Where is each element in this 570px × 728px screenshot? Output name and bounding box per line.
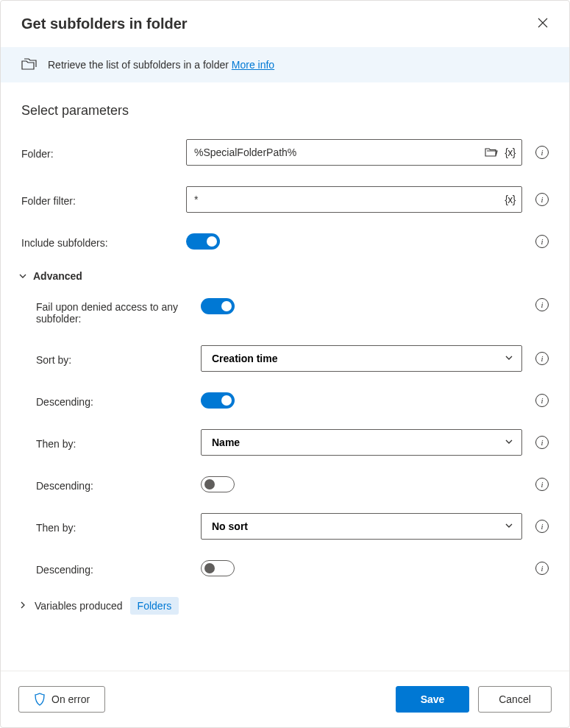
shield-icon (34, 693, 46, 706)
browse-folder-button[interactable] (485, 147, 498, 158)
fail-denied-label: Fail upon denied access to any subfolder… (36, 298, 193, 325)
variable-picker-button[interactable]: {x} (502, 145, 518, 160)
close-icon (537, 17, 549, 29)
info-icon[interactable]: i (535, 520, 549, 533)
info-icon[interactable]: i (535, 352, 549, 365)
sort-by-label: Sort by: (36, 351, 193, 366)
folder-open-icon (485, 147, 498, 158)
chevron-down-icon (18, 272, 27, 280)
variable-badge[interactable]: Folders (130, 597, 179, 615)
banner-text: Retrieve the list of subfolders in a fol… (48, 59, 274, 71)
on-error-button[interactable]: On error (18, 686, 105, 713)
title-bar: Get subfolders in folder (1, 1, 569, 47)
variables-produced-expander[interactable]: Variables produced Folders (18, 597, 549, 615)
dialog-title: Get subfolders in folder (21, 15, 188, 32)
dialog-footer: On error Save Cancel (1, 671, 569, 727)
save-button[interactable]: Save (396, 686, 469, 713)
content-area: Select parameters Folder: {x} i Folder f… (1, 82, 569, 671)
info-icon[interactable]: i (535, 436, 549, 449)
descending-label: Descending: (36, 477, 193, 492)
folders-icon (21, 57, 38, 72)
then-by-label: Then by: (36, 519, 193, 534)
filter-input[interactable] (186, 186, 522, 213)
cancel-button[interactable]: Cancel (478, 686, 552, 713)
close-button[interactable] (534, 14, 552, 34)
include-subfolders-toggle[interactable] (186, 233, 220, 250)
info-icon[interactable]: i (535, 394, 549, 407)
descending-toggle-3[interactable] (201, 560, 235, 576)
filter-label: Folder filter: (21, 192, 179, 207)
chevron-right-icon (18, 601, 27, 609)
fail-denied-toggle[interactable] (201, 298, 235, 314)
descending-toggle-1[interactable] (201, 392, 235, 409)
descending-toggle-2[interactable] (201, 476, 235, 492)
info-icon[interactable]: i (535, 193, 549, 206)
more-info-link[interactable]: More info (232, 59, 274, 71)
folder-input[interactable] (186, 139, 522, 166)
advanced-label: Advanced (33, 270, 82, 282)
section-title: Select parameters (21, 103, 549, 119)
info-icon[interactable]: i (535, 562, 549, 575)
info-icon[interactable]: i (535, 146, 549, 159)
sort-by-select[interactable]: Creation time (201, 345, 522, 372)
descending-label: Descending: (36, 393, 193, 408)
info-icon[interactable]: i (535, 478, 549, 491)
variable-picker-button[interactable]: {x} (502, 192, 518, 207)
info-banner: Retrieve the list of subfolders in a fol… (1, 47, 569, 82)
info-icon[interactable]: i (535, 235, 549, 248)
descending-label: Descending: (36, 561, 193, 576)
then-by-label: Then by: (36, 435, 193, 450)
variables-produced-label: Variables produced (35, 600, 123, 612)
info-icon[interactable]: i (535, 298, 549, 311)
include-subfolders-label: Include subfolders: (21, 234, 179, 249)
then-by-select-2[interactable]: No sort (201, 513, 522, 540)
advanced-expander[interactable]: Advanced (18, 270, 549, 282)
then-by-select-1[interactable]: Name (201, 429, 522, 456)
folder-label: Folder: (21, 145, 179, 160)
